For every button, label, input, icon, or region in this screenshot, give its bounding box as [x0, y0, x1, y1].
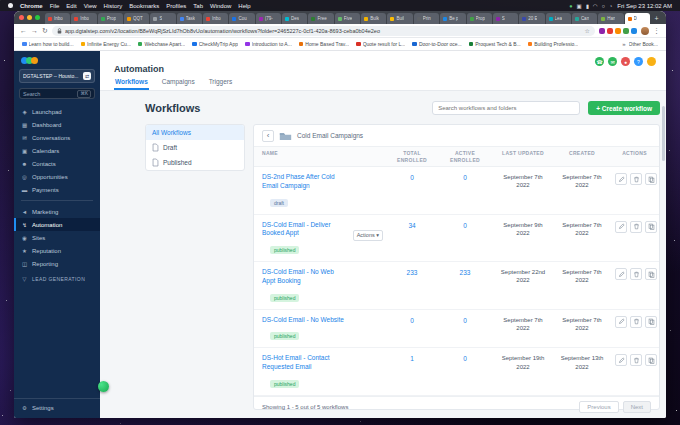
back-button[interactable]: ‹ [262, 130, 274, 142]
workflow-link[interactable]: DS-Hot Email - Contact Requested Email [262, 354, 346, 372]
browser-tab[interactable]: Prop [98, 13, 123, 24]
browser-tab[interactable]: Prop [467, 13, 492, 24]
workflows-search-input[interactable] [432, 101, 580, 115]
bookmark-item[interactable]: Door-to-Door oce... [412, 41, 461, 47]
bookmark-item[interactable]: CheckMyTrip App [192, 41, 238, 47]
reload-icon[interactable]: ↻ [42, 27, 48, 34]
scrollbar-thumb[interactable] [662, 106, 665, 161]
extension-icon[interactable] [599, 28, 605, 34]
folder-item-published[interactable]: Published [146, 155, 244, 170]
bookmark-item[interactable]: Proquest Tech & B... [469, 41, 521, 47]
total-enrolled-value[interactable]: 0 [386, 316, 438, 343]
menubar-item-help[interactable]: Help [238, 3, 250, 9]
help-icon[interactable]: ? [634, 57, 643, 66]
sidebar-item-reputation[interactable]: ★Reputation [14, 244, 100, 257]
browser-menu-icon[interactable]: ⋮ [653, 27, 660, 35]
active-enrolled-value[interactable]: 0 [438, 221, 492, 257]
browser-tab[interactable]: Five [335, 13, 360, 24]
row-actions-dropdown[interactable]: Actions ▾ [353, 230, 383, 241]
extension-icon[interactable] [631, 28, 637, 34]
duplicate-button[interactable] [645, 173, 657, 185]
browser-tab[interactable]: Bulk [361, 13, 386, 24]
close-window-button[interactable] [19, 15, 24, 20]
bookmark-item[interactable]: Infinite Energy Cu... [81, 41, 131, 47]
delete-button[interactable] [630, 316, 642, 328]
new-tab-button[interactable]: + [651, 13, 662, 24]
chat-widget-button[interactable] [98, 381, 109, 392]
workflow-link[interactable]: DS-Cold Email - Deliver Booked Appt [262, 221, 346, 239]
duplicate-button[interactable] [645, 316, 657, 328]
menubar-item-view[interactable]: View [84, 3, 97, 9]
spotlight-icon[interactable]: ○ [602, 3, 605, 9]
sidebar-item-contacts[interactable]: ☻Contacts [14, 157, 100, 170]
active-enrolled-value[interactable]: 0 [438, 316, 492, 343]
edit-button[interactable] [615, 268, 627, 280]
sidebar-item-conversations[interactable]: ✉Conversations [14, 131, 100, 144]
switch-account-icon[interactable]: ⇄ [83, 72, 91, 80]
total-enrolled-value[interactable]: 233 [386, 268, 438, 304]
browser-tab[interactable]: Cou [229, 13, 254, 24]
browser-tab[interactable]: Inbo [45, 13, 70, 24]
sidebar-search-input[interactable]: Search ⌘K [19, 88, 95, 99]
notification-icon[interactable]: ● [621, 57, 630, 66]
bookmarks-overflow-icon[interactable]: » [622, 41, 625, 47]
forward-nav-icon[interactable]: → [31, 27, 38, 34]
sidebar-item-sites[interactable]: ◉Sites [14, 231, 100, 244]
message-icon[interactable]: ✉ [608, 57, 617, 66]
sidebar-item-lead-generation[interactable]: ▽LEAD GENERATION [14, 272, 100, 285]
tab-campaigns[interactable]: Campaigns [161, 77, 196, 90]
sidebar-item-opportunities[interactable]: ◎Opportunities [14, 170, 100, 183]
browser-tab[interactable]: Be p [440, 13, 465, 24]
delete-button[interactable] [630, 221, 642, 233]
menubar-item-window[interactable]: Window [210, 3, 231, 9]
browser-profile-avatar[interactable] [641, 27, 649, 35]
browser-tab[interactable]: S [493, 13, 518, 24]
browser-tab[interactable]: 20 E [519, 13, 544, 24]
tab-workflows[interactable]: Workflows [114, 77, 149, 90]
edit-button[interactable] [615, 173, 627, 185]
display-icon[interactable]: ▣ [577, 3, 582, 9]
browser-tab[interactable]: Can [572, 13, 597, 24]
browser-tab[interactable]: Prin [414, 13, 439, 24]
minimize-window-button[interactable] [27, 15, 32, 20]
sidebar-item-launchpad[interactable]: ◈Launchpad [14, 105, 100, 118]
bookmark-item[interactable]: Home Based Trav... [299, 41, 349, 47]
browser-tab[interactable]: QQT [124, 13, 149, 24]
total-enrolled-value[interactable]: 1 [386, 354, 438, 390]
active-enrolled-value[interactable]: 233 [438, 268, 492, 304]
control-center-icon[interactable]: ◔ [609, 3, 612, 9]
browser-tab[interactable]: Inbo [71, 13, 96, 24]
bookmark-item[interactable]: Building Professio... [528, 41, 579, 47]
sidebar-item-marketing[interactable]: ◄Marketing [14, 205, 100, 218]
sidebar-item-reporting[interactable]: ◫Reporting [14, 257, 100, 270]
back-nav-icon[interactable]: ← [20, 27, 27, 34]
url-field[interactable]: app.dgtalstep.com/v2/location/B8eWqRjSzL… [52, 26, 595, 36]
extension-icon[interactable] [615, 28, 621, 34]
browser-tab[interactable]: Han [598, 13, 623, 24]
total-enrolled-value[interactable]: 34 [386, 221, 438, 257]
sidebar-item-settings[interactable]: ⚙ Settings [14, 401, 100, 414]
browser-tab[interactable]: Inbo [203, 13, 228, 24]
menubar-item-profiles[interactable]: Profiles [166, 3, 186, 9]
menubar-item-file[interactable]: File [50, 3, 60, 9]
workflow-link[interactable]: DS-Cold Email - No Web Appt Booking [262, 268, 346, 286]
maximize-window-button[interactable] [35, 15, 40, 20]
active-enrolled-value[interactable]: 0 [438, 173, 492, 209]
active-enrolled-value[interactable]: 0 [438, 354, 492, 390]
browser-tab[interactable]: D [625, 13, 650, 24]
wifi-icon[interactable]: ◠ [593, 3, 598, 9]
browser-tab[interactable]: Des [282, 13, 307, 24]
browser-tab[interactable]: (79- [256, 13, 281, 24]
edit-button[interactable] [615, 221, 627, 233]
meet-camera-icon[interactable]: ● [569, 3, 572, 9]
total-enrolled-value[interactable]: 0 [386, 173, 438, 209]
extension-icon[interactable] [607, 28, 613, 34]
bookmark-item[interactable]: Quote result for L... [356, 41, 405, 47]
other-bookmarks-folder[interactable]: Other Book... [629, 41, 658, 47]
workflow-link[interactable]: DS-Cold Email - No Website [262, 316, 346, 325]
next-page-button[interactable]: Next [623, 401, 651, 413]
workflow-link[interactable]: DS-2nd Phase After Cold Email Campaign [262, 173, 346, 191]
menubar-item-bookmarks[interactable]: Bookmarks [129, 3, 159, 9]
bookmark-star-icon[interactable]: ☆ [585, 27, 590, 34]
apple-menu-icon[interactable] [8, 3, 13, 8]
